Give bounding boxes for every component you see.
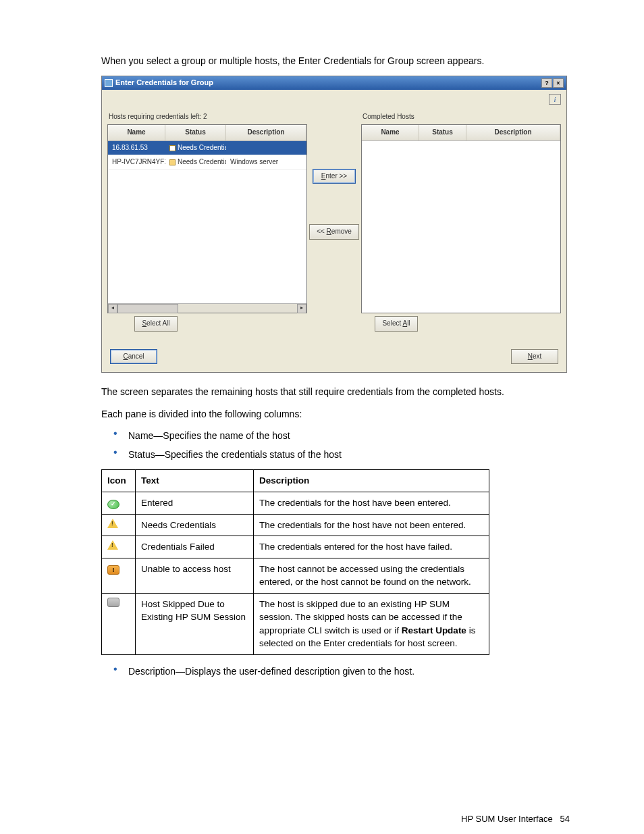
scroll-thumb[interactable] bbox=[117, 304, 178, 313]
completed-grid[interactable]: Name Status Description bbox=[361, 124, 561, 313]
info-icon[interactable]: i bbox=[549, 94, 561, 105]
next-button[interactable]: Next bbox=[511, 349, 558, 365]
pending-label: Hosts requiring credentials left: 2 bbox=[109, 112, 307, 122]
dialog-titlebar: Enter Credentials for Group ? × bbox=[102, 76, 566, 90]
col-desc[interactable]: Description bbox=[466, 125, 560, 140]
col-name[interactable]: Name bbox=[362, 125, 419, 140]
page-footer: HP SUM User Interface 54 bbox=[101, 813, 570, 826]
dialog-title: Enter Credentials for Group bbox=[115, 78, 213, 88]
host-skipped-icon bbox=[107, 598, 119, 607]
window-icon bbox=[105, 79, 113, 87]
pending-grid[interactable]: Name Status Description 16.83.61.53 Need… bbox=[107, 124, 307, 313]
credentials-failed-icon bbox=[107, 540, 118, 550]
th-text: Text bbox=[136, 470, 254, 492]
body-text: Each pane is divided into the following … bbox=[101, 407, 570, 421]
list-item: Status—Specifies the credentials status … bbox=[128, 448, 570, 461]
col-name[interactable]: Name bbox=[108, 125, 165, 140]
body-text: The screen separates the remaining hosts… bbox=[101, 385, 570, 398]
desc-with-bold: The host is skipped due to an existing H… bbox=[254, 593, 489, 654]
scroll-left-icon[interactable]: ◂ bbox=[108, 304, 117, 313]
enter-button[interactable]: Enter >> bbox=[313, 169, 356, 184]
close-button[interactable]: × bbox=[553, 78, 564, 88]
table-row: ✓ Entered The credentials for the host h… bbox=[102, 492, 489, 514]
table-row[interactable]: HP-IVC7JRN4YF1F Needs Credentials Window… bbox=[108, 155, 306, 170]
help-button[interactable]: ? bbox=[541, 78, 552, 88]
warn-icon bbox=[169, 159, 176, 165]
enter-credentials-dialog: Enter Credentials for Group ? × i Hosts … bbox=[101, 76, 567, 373]
column-list: Name—Specifies the name of the host Stat… bbox=[101, 429, 570, 462]
table-row: Needs Credentials The credentials for th… bbox=[102, 514, 489, 536]
remove-button[interactable]: << Remove bbox=[309, 224, 359, 240]
entered-icon: ✓ bbox=[107, 500, 119, 509]
table-row[interactable]: 16.83.61.53 Needs Credentials bbox=[108, 141, 306, 156]
desc-list: Description—Displays the user-defined de… bbox=[101, 664, 570, 678]
col-status[interactable]: Status bbox=[165, 125, 226, 140]
col-status[interactable]: Status bbox=[419, 125, 466, 140]
pending-hosts-pane: Hosts requiring credentials left: 2 Name… bbox=[107, 108, 307, 332]
needs-credentials-icon bbox=[107, 519, 118, 528]
table-row: Host Skipped Due to Existing HP SUM Sess… bbox=[102, 593, 489, 654]
warn-icon bbox=[169, 145, 176, 151]
select-all-left-button[interactable]: Select All bbox=[134, 316, 178, 332]
status-table: Icon Text Description ✓ Entered The cred… bbox=[101, 469, 489, 655]
intro-text: When you select a group or multiple host… bbox=[101, 54, 570, 68]
select-all-right-button[interactable]: Select All bbox=[375, 316, 418, 332]
completed-hosts-pane: Completed Hosts Name Status Description … bbox=[361, 108, 561, 332]
unable-access-icon: ! bbox=[107, 565, 119, 575]
horizontal-scrollbar[interactable]: ◂ ▸ bbox=[108, 303, 306, 313]
cancel-button[interactable]: Cancel bbox=[110, 349, 157, 365]
scroll-right-icon[interactable]: ▸ bbox=[297, 304, 306, 313]
table-row: Credentials Failed The credentials enter… bbox=[102, 536, 489, 558]
th-desc: Description bbox=[254, 470, 489, 492]
completed-label: Completed Hosts bbox=[363, 112, 561, 122]
list-item: Description—Displays the user-defined de… bbox=[128, 664, 570, 678]
list-item: Name—Specifies the name of the host bbox=[128, 429, 570, 442]
col-desc[interactable]: Description bbox=[226, 125, 306, 140]
th-icon: Icon bbox=[102, 470, 136, 492]
table-row: ! Unable to access host The host cannot … bbox=[102, 558, 489, 593]
